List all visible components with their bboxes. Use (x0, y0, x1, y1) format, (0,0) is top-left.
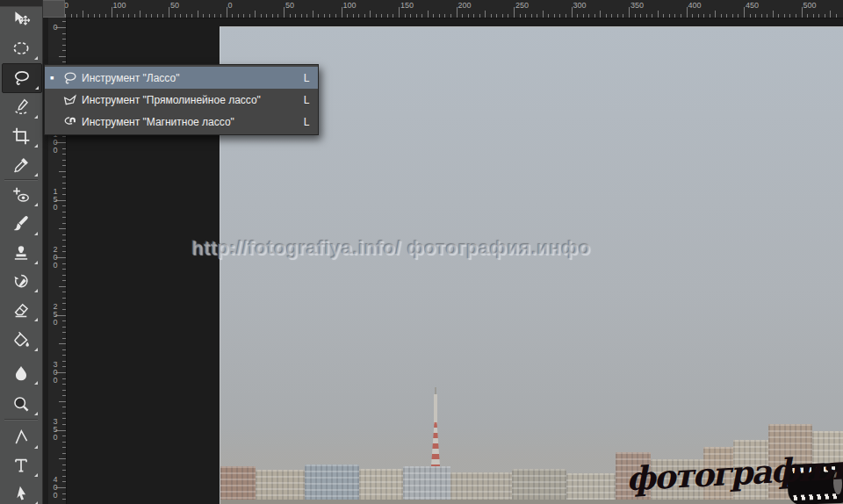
ruler-tick (710, 14, 710, 18)
horizontal-ruler[interactable]: 15010050050100150200250300350400450500 (48, 0, 843, 18)
ruler-tick (370, 11, 371, 18)
lasso-tool[interactable] (2, 63, 42, 93)
building (220, 466, 256, 504)
toolbar-separator (4, 419, 38, 421)
ruler-tick (62, 366, 66, 367)
ruler-tick (62, 188, 66, 189)
ruler-label: 250 (51, 303, 60, 327)
ruler-tick (537, 14, 537, 18)
ruler-origin-corner[interactable] (42, 0, 65, 18)
ruler-tick (520, 14, 521, 18)
ruler-tick (473, 14, 474, 18)
ruler-tick (674, 14, 675, 18)
menu-item-magnetic-lasso-tool[interactable]: ■Инструмент "Магнитное лассо"L (45, 111, 318, 133)
ruler-tick (778, 14, 779, 18)
ruler-tick (62, 453, 66, 454)
history-brush-tool[interactable] (2, 267, 40, 295)
ruler-tick (830, 11, 831, 18)
menu-item-lasso-tool[interactable]: ■Инструмент "Лассо"L (45, 67, 318, 89)
elliptical-marquee-tool[interactable] (2, 34, 40, 62)
ruler-tick (62, 447, 66, 448)
ruler-tick (767, 14, 767, 18)
blur-tool[interactable] (2, 359, 40, 387)
ruler-tick (62, 390, 66, 391)
crop-tool[interactable] (2, 122, 40, 150)
paint-bucket-tool[interactable] (2, 326, 40, 354)
ruler-label: 150 (51, 188, 60, 212)
ruler-tick (687, 7, 688, 18)
ruler-tick (462, 14, 463, 18)
ruler-tick (410, 14, 411, 18)
ruler-tick (635, 14, 636, 18)
ruler-label: 500 (803, 1, 817, 10)
ruler-tick (62, 349, 66, 350)
ruler-tick (514, 7, 515, 18)
ruler-tick (94, 14, 95, 18)
ruler-tick (295, 14, 296, 18)
ruler-tick (416, 14, 417, 18)
pen-tool[interactable] (2, 423, 40, 451)
ruler-tick (692, 14, 693, 18)
ruler-label: 450 (746, 1, 759, 10)
ruler-tick (169, 7, 169, 18)
ruler-label: 200 (51, 246, 60, 270)
eyedropper-tool[interactable] (2, 151, 40, 179)
ruler-tick (62, 470, 66, 471)
move-tool[interactable] (2, 5, 40, 33)
ruler-label: 0 (228, 1, 233, 10)
flyout-indicator (34, 261, 38, 264)
ruler-tick (62, 33, 66, 34)
ruler-label: 50 (285, 1, 294, 10)
flyout-indicator (34, 412, 38, 415)
ruler-tick (496, 14, 497, 18)
ruler-tick (62, 205, 66, 206)
selected-tool-marker: ■ (45, 75, 59, 81)
ruler-tick (301, 14, 302, 18)
ruler-tick (405, 14, 406, 18)
clone-stamp-tool[interactable] (2, 239, 40, 267)
ruler-tick (669, 14, 670, 18)
menu-item-polygonal-lasso-tool[interactable]: ■Инструмент "Прямолинейное лассо"L (45, 89, 318, 111)
eraser-tool[interactable] (2, 296, 40, 324)
ruler-tick (715, 11, 716, 18)
ruler-tick (457, 7, 458, 18)
ruler-tick (99, 14, 100, 18)
toolbar-separator (4, 179, 38, 181)
dodge-tool[interactable] (2, 390, 40, 418)
ruler-tick (732, 14, 733, 18)
brush-tool[interactable] (2, 210, 40, 238)
ruler-tick (646, 14, 647, 18)
ruler-tick (738, 14, 739, 18)
ruler-tick (62, 407, 66, 407)
ruler-tick (318, 14, 319, 18)
lasso-icon (62, 70, 78, 86)
ruler-tick (306, 14, 307, 18)
lasso-icon (12, 68, 32, 88)
type-tool[interactable] (2, 451, 40, 479)
blur-icon (11, 364, 31, 383)
flyout-indicator (34, 232, 38, 235)
ruler-tick (243, 14, 244, 18)
ruler-tick (566, 14, 566, 18)
ruler-label: 100 (343, 1, 357, 10)
lasso-tool-flyout-menu: ■Инструмент "Лассо"L■Инструмент "Прямоли… (44, 64, 319, 135)
ruler-tick (62, 148, 66, 149)
ruler-tick (180, 14, 181, 18)
ruler-tick (83, 11, 83, 18)
ruler-tick (62, 332, 66, 333)
flyout-indicator (34, 115, 38, 119)
ruler-tick (62, 355, 66, 356)
path-selection-tool[interactable] (2, 479, 40, 504)
ruler-tick (62, 292, 66, 292)
quick-selection-tool[interactable] (2, 93, 40, 121)
ruler-tick (652, 14, 652, 18)
ruler-tick (802, 7, 803, 18)
ruler-tick (249, 14, 250, 18)
flyout-indicator (34, 445, 38, 449)
flyout-indicator (34, 56, 38, 60)
red-eye-tool[interactable] (2, 181, 40, 209)
ruler-tick (220, 14, 221, 18)
ruler-tick (62, 251, 66, 252)
ruler-tick (157, 14, 158, 18)
ruler-tick (703, 14, 704, 18)
